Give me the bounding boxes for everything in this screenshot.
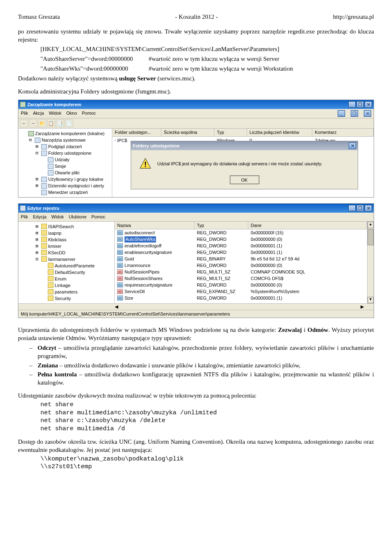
tree-item[interactable]: ⊟lanmanserver [19,256,114,262]
value-row[interactable]: abServiceDllREG_EXPAND_SZ%SystemRoot%\Sy… [115,288,367,295]
minimize-icon[interactable]: _ [348,205,356,211]
window-registry-editor: Edytor rejestru _ ❐ ✕ Plik Edycja Widok … [18,203,374,318]
tree-item[interactable]: ⊟Foldery udostępnione [19,150,111,156]
permissions-list: Odczyt – umożliwia przeglądanie zawartoś… [38,344,374,387]
col-type[interactable]: Typ [214,129,247,136]
value-row[interactable]: 01autodisconnectREG_DWORD0x0000000f (15) [115,229,367,236]
doc-restore-icon[interactable]: ❐ [351,110,358,117]
back-icon[interactable]: ← [20,119,28,127]
col-name[interactable]: Nazwa [115,222,194,229]
kv2: "AutoShareWks"=dword:00000000#wartość ze… [40,65,374,73]
value-row[interactable]: 01GuidREG_BINARY9b e5 5d 6d 12 e7 59 4d [115,256,367,262]
scroll-thumb[interactable] [368,229,374,245]
menu-action[interactable]: Akcja [33,110,44,117]
scroll-up-icon[interactable]: ▲ [368,222,374,228]
col-folder[interactable]: Folder udostępn... [112,129,161,136]
status-bar: Mój komputer\HKEY_LOCAL_MACHINE\SYSTEM\C… [18,310,374,318]
header-left: Tomasz Greszata [18,13,60,21]
permission-item: Odczyt – umożliwia przeglądanie zawartoś… [38,344,374,360]
warning-icon: ! [139,158,151,170]
scrollbar-vertical[interactable]: ▲ ▼ [367,222,374,303]
tree-item[interactable]: parameters [19,289,114,295]
value-row[interactable]: 01enableforcedlogoffREG_DWORD0x00000001 … [115,242,367,249]
up-icon[interactable]: 📁 [38,119,46,127]
value-row[interactable]: 01SizeREG_DWORD0x00000001 (1) [115,295,367,301]
close-icon[interactable]: ✕ [365,205,372,211]
tree-item[interactable]: ⊞Dzienniki wydajności i alerty [19,182,111,189]
scroll-down-icon[interactable]: ▼ [368,297,374,303]
tree-item[interactable]: Otwarte pliki [19,169,111,176]
tree-item[interactable]: Menedżer urządzeń [19,189,111,196]
col-clients[interactable]: Liczba połączeń klientów [247,129,312,136]
scroll-right-icon[interactable]: ▶ [361,304,367,310]
kv1: "AutoShareServer"=dword:00000000#wartość… [40,55,374,63]
value-row[interactable]: 01AutoShareWksREG_DWORD0x00000000 (0) [115,236,367,242]
maximize-icon[interactable]: ❐ [356,205,364,211]
registry-path: [HKEY_LOCAL_MACHINE\SYSTEM\CurrentContro… [40,45,374,53]
titlebar[interactable]: Zarządzanie komputerem _ ❐ ✕ [18,100,374,109]
menu-file[interactable]: Plik [21,214,28,220]
maximize-icon[interactable]: ❐ [356,101,364,108]
menu-view[interactable]: Widok [49,110,62,117]
tree-pane: Zarządzanie komputerem (lokalne)⊟Narzędz… [18,129,112,197]
doc-close-icon[interactable]: ✕ [364,110,371,117]
close-icon[interactable]: ✕ [365,101,372,108]
menu-edit[interactable]: Edycja [33,214,47,220]
tree-item[interactable]: AutotunedParamete [19,262,114,269]
tree-item[interactable]: Udziały [19,156,111,163]
fwd-icon[interactable]: → [29,119,37,127]
menu-bar: Plik Akcja Widok Okno Pomoc _ ❐ ✕ [18,109,374,118]
tree-item[interactable]: Enum [19,276,114,282]
dialog-close-icon[interactable]: ✕ [349,142,356,149]
paragraph-6: Dostęp do zasobów określa tzw. ścieżka U… [18,438,374,454]
tree-item[interactable]: ⊞Kbdclass [19,236,114,243]
menu-help[interactable]: Pomoc [82,110,96,117]
tree-item[interactable]: ⊞Użytkownicy i grupy lokalne [19,176,111,182]
scrollbar-horizontal[interactable]: ◀ ▶ [18,303,374,310]
menu-view[interactable]: Widok [51,214,64,220]
col-comment[interactable]: Komentarz [312,129,374,136]
tree-item[interactable]: ⊞ISAPISearch [19,223,114,230]
list-header: Folder udostępn... Ścieżka wspólna Typ L… [112,129,374,137]
page-header: Tomasz Greszata - Koszalin 2012 - http:/… [18,13,374,21]
tree-item[interactable]: ⊞kmixer [19,243,114,249]
menu-help[interactable]: Pomoc [91,214,105,220]
permission-item: Zmiana – umożliwia dodatkowo dodawanie i… [38,362,374,370]
value-row[interactable]: abNullSessionPipesREG_MULTI_SZCOMNAP COM… [115,269,367,275]
paragraph-4: Uprawnienia do udostępnionych folderów w… [18,326,374,342]
props-icon[interactable]: 📋 [47,119,55,127]
net-share-commands: net share net share multimedia=c:\zasoby… [40,401,374,433]
minimize-icon[interactable]: _ [348,101,356,108]
paragraph-3: Konsola administracyjna Foldery udostępn… [18,88,374,96]
dialog-title: Foldery udostępnione [133,143,180,149]
scroll-left-icon[interactable]: ◀ [115,304,121,310]
tree-item[interactable]: Zarządzanie komputerem (lokalne) [19,130,111,137]
tree-item[interactable]: DefaultSecurity [19,269,114,276]
menu-window[interactable]: Okno [66,110,77,117]
value-row[interactable]: 01enablesecuritysignatureREG_DWORD0x0000… [115,249,367,256]
tree-item[interactable]: Sesje [19,163,111,169]
value-row[interactable]: 01LmannounceREG_DWORD0x00000000 (0) [115,262,367,269]
tree-pane: ⊞ISAPISearch⊞isapnp⊞Kbdclass⊞kmixer⊞KSec… [18,222,115,303]
ok-button[interactable]: OK [230,176,259,184]
tree-item[interactable]: ⊞KSecDD [19,249,114,256]
dialog-titlebar[interactable]: Foldery udostępnione ✕ [131,141,358,150]
tree-item[interactable]: Security [19,295,114,302]
menu-file[interactable]: Plik [21,110,28,117]
col-path[interactable]: Ścieżka wspólna [161,129,214,136]
doc-minimize-icon[interactable]: _ [338,110,345,117]
tree-item[interactable]: Linkage [19,282,114,289]
toolbar: ← → 📁 📋 📑 📄 [18,118,374,129]
value-row[interactable]: 01requiresecuritysignatureREG_DWORD0x000… [115,282,367,288]
col-data[interactable]: Dane [248,222,367,229]
menu-fav[interactable]: Ulubione [69,214,86,220]
value-row[interactable]: abNullSessionSharesREG_MULTI_SZCOMCFG DF… [115,275,367,282]
tree-item[interactable]: ⊟Narzędzia systemowe [19,137,111,143]
help-icon[interactable]: 📄 [65,119,73,127]
message-dialog: Foldery udostępnione ✕ ! Udział IPC$ jes… [131,141,358,189]
refresh-icon[interactable]: 📑 [56,119,64,127]
col-type[interactable]: Typ [194,222,248,229]
tree-item[interactable]: ⊞Podgląd zdarzeń [19,143,111,150]
tree-item[interactable]: ⊞isapnp [19,230,114,236]
titlebar[interactable]: Edytor rejestru _ ❐ ✕ [18,204,374,213]
